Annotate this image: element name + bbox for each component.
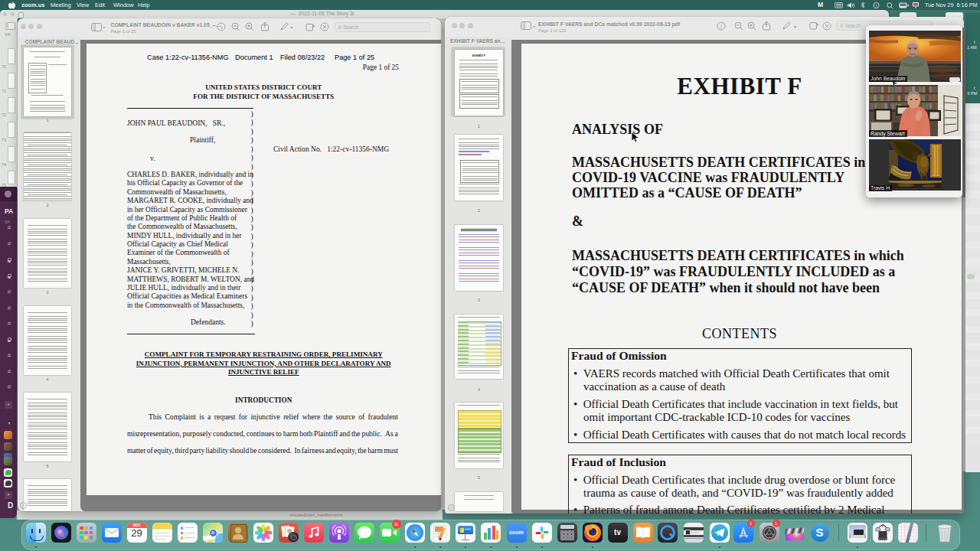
svg-text:i: i [876, 2, 877, 7]
svg-text:i: i [720, 22, 722, 29]
svg-text:i: i [220, 24, 221, 31]
